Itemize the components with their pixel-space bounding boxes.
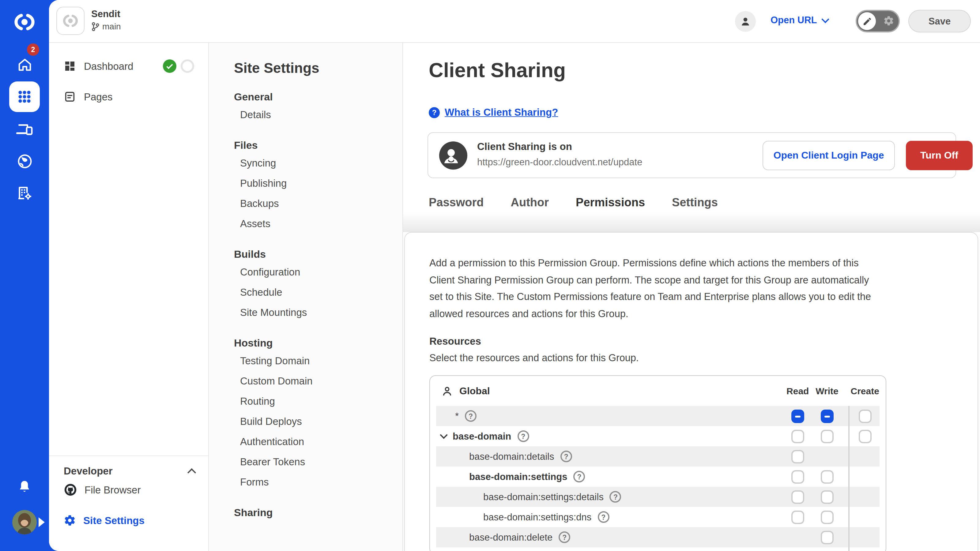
developer-section-toggle[interactable]: Developer (64, 465, 195, 477)
settings-nav-item-publishing[interactable]: Publishing (234, 173, 402, 194)
help-icon[interactable]: ? (465, 410, 477, 422)
checkbox-write[interactable] (821, 470, 834, 483)
settings-section-builds: BuildsConfigurationScheduleSite Mounting… (234, 249, 402, 322)
rail-home-button[interactable]: 2 (0, 51, 49, 78)
open-client-login-button[interactable]: Open Client Login Page (762, 141, 895, 170)
resource-row-base-domain-delete: base-domain:delete? (436, 527, 880, 547)
resource-label: base-domain:settings:details (483, 491, 604, 502)
help-icon[interactable]: ? (558, 531, 570, 543)
resource-label: base-domain (453, 431, 511, 442)
resource-row-base-domain-settings-details: base-domain:settings:details? (436, 487, 880, 507)
help-icon[interactable]: ? (610, 491, 621, 503)
rail-apps-button[interactable] (9, 81, 40, 112)
checkbox-create[interactable] (858, 429, 871, 443)
home-icon (16, 56, 33, 73)
help-icon[interactable]: ? (573, 471, 585, 483)
column-header-write: Write (813, 386, 842, 396)
checkbox-read[interactable] (791, 490, 804, 503)
help-icon[interactable]: ? (517, 430, 529, 442)
rail-devices-button[interactable] (0, 116, 49, 143)
branch-name: main (102, 21, 121, 31)
app-rail: 2 (0, 0, 49, 551)
rail-organization-button[interactable] (0, 179, 49, 206)
checkbox-read[interactable] (791, 429, 804, 443)
checkbox-write[interactable] (821, 429, 833, 443)
divider (49, 456, 209, 456)
page-title: Client Sharing (429, 59, 566, 82)
settings-nav-item-details[interactable]: Details (234, 105, 402, 125)
checkbox-write[interactable] (821, 490, 834, 503)
gear-icon (883, 15, 894, 26)
checkbox-create[interactable] (858, 409, 871, 423)
nav-item-label: Site Settings (83, 514, 145, 526)
nav-item-dashboard[interactable]: Dashboard (49, 55, 209, 77)
settings-nav-item-site-mountings[interactable]: Site Mountings (234, 302, 402, 322)
checkbox-write[interactable] (821, 530, 834, 544)
building-gear-icon (16, 184, 33, 202)
column-header-read: Read (783, 386, 813, 396)
resource-row-wildcard: *? (436, 406, 880, 426)
settings-nav-item-backups[interactable]: Backups (234, 194, 402, 214)
notification-badge: 2 (27, 43, 39, 56)
checkbox-read[interactable] (791, 409, 804, 423)
settings-nav-item-forms[interactable]: Forms (234, 472, 402, 492)
project-nav: Dashboard Pages Developer (49, 43, 209, 551)
settings-nav: Site Settings GeneralDetailsFilesSyncing… (209, 43, 403, 551)
nav-item-pages[interactable]: Pages (49, 86, 209, 108)
column-header-create: Create (850, 386, 880, 396)
nav-item-file-browser[interactable]: File Browser (49, 479, 209, 501)
help-icon[interactable]: ? (560, 451, 572, 462)
open-url-button[interactable]: Open URL (770, 15, 828, 26)
permissions-description: Add a permission to this Permission Grou… (430, 255, 873, 322)
developer-label: Developer (64, 465, 113, 477)
resources-hint: Select the resources and actions for thi… (430, 352, 953, 364)
checkbox-read[interactable] (791, 470, 804, 483)
settings-nav-item-configuration[interactable]: Configuration (234, 262, 402, 282)
settings-section-header: Sharing (234, 507, 402, 519)
checkbox-read[interactable] (791, 510, 804, 524)
save-button[interactable]: Save (908, 10, 971, 32)
pencil-icon (862, 16, 872, 26)
checkbox-write[interactable] (821, 510, 834, 524)
help-icon[interactable]: ? (598, 511, 609, 523)
rail-globe-button[interactable] (0, 148, 49, 175)
nav-item-site-settings[interactable]: Site Settings (49, 510, 209, 531)
resource-label: base-domain:delete (469, 532, 552, 543)
sync-status-pending-icon (181, 59, 194, 73)
settings-nav-item-build-deploys[interactable]: Build Deploys (234, 411, 402, 432)
resources-table: Global Read Write Create *?base-domain?b… (430, 375, 886, 551)
site-name: Sendit (91, 9, 121, 20)
turn-off-button[interactable]: Turn Off (906, 141, 973, 170)
settings-section-header: Files (234, 140, 402, 152)
resource-row-base-domain: base-domain? (436, 426, 880, 446)
settings-nav-item-testing-domain[interactable]: Testing Domain (234, 351, 402, 371)
content-shell: Sendit main (49, 0, 980, 551)
sync-status-ok-icon (163, 59, 177, 73)
settings-nav-item-schedule[interactable]: Schedule (234, 282, 402, 302)
open-url-label: Open URL (770, 15, 817, 26)
settings-nav-item-assets[interactable]: Assets (234, 214, 402, 234)
settings-nav-item-routing[interactable]: Routing (234, 391, 402, 411)
settings-nav-sections: GeneralDetailsFilesSyncingPublishingBack… (234, 91, 402, 519)
rail-notifications-button[interactable] (0, 473, 49, 500)
edit-settings-toggle[interactable] (856, 10, 900, 32)
settings-section-header: Builds (234, 249, 402, 261)
chevron-down-icon[interactable] (440, 431, 447, 439)
user-avatar[interactable] (12, 510, 37, 535)
checkbox-write[interactable] (821, 409, 833, 423)
settings-section-general: GeneralDetails (234, 91, 402, 125)
site-chip[interactable]: Sendit main (56, 7, 121, 35)
settings-nav-item-custom-domain[interactable]: Custom Domain (234, 371, 402, 391)
help-link-row[interactable]: ? What is Client Sharing? (429, 106, 558, 118)
checkbox-read[interactable] (791, 450, 804, 463)
settings-nav-item-syncing[interactable]: Syncing (234, 153, 402, 173)
devices-icon (16, 120, 33, 138)
resource-label: base-domain:details (469, 451, 554, 462)
group-scope-label: Global (460, 385, 490, 396)
settings-mode-icon (883, 15, 894, 29)
what-is-client-sharing-link[interactable]: What is Client Sharing? (445, 106, 558, 118)
settings-nav-item-bearer-tokens[interactable]: Bearer Tokens (234, 452, 402, 472)
settings-nav-item-authentication[interactable]: Authentication (234, 432, 402, 452)
account-button[interactable] (735, 11, 756, 32)
panel-expand-arrow[interactable] (38, 517, 45, 527)
